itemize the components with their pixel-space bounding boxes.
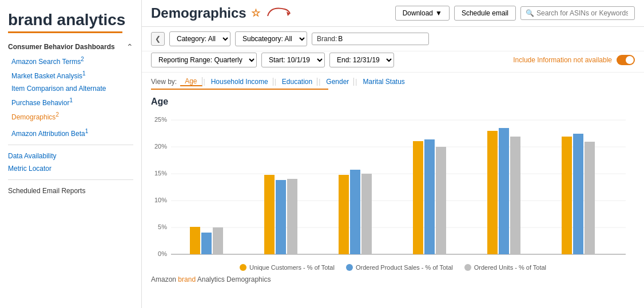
bar-55-64-units xyxy=(510,137,520,254)
filters-row-2: Reporting Range: Quarterly Start: 10/1/1… xyxy=(142,51,644,73)
app-container: brand analytics Consumer Behavior Dashbo… xyxy=(0,0,644,308)
start-date-filter[interactable]: Start: 10/1/19 xyxy=(261,53,325,67)
viewby-underline xyxy=(151,89,328,90)
bar-25-34-sales xyxy=(276,180,286,254)
sidebar-link-data-availability[interactable]: Data Availability xyxy=(0,150,141,162)
svg-text:18-24: 18-24 xyxy=(202,259,218,260)
header-actions: Download ▼ Schedule email 🔍 xyxy=(395,6,635,21)
dropdown-icon: ▼ xyxy=(435,9,442,17)
sidebar-divider-1 xyxy=(8,145,133,145)
search-input[interactable] xyxy=(536,9,628,17)
circle-arrow-icon xyxy=(265,5,293,22)
star-icon[interactable]: ☆ xyxy=(251,7,260,19)
svg-text:5%: 5% xyxy=(158,223,167,230)
legend-dot-sales xyxy=(346,264,353,271)
main-content: Demographics ☆ Download ▼ Schedule xyxy=(142,0,644,308)
bar-35-44-sales xyxy=(350,170,360,254)
bar-18-24-units xyxy=(213,227,223,254)
sidebar-item-search-terms[interactable]: Amazon Search Terms2 xyxy=(0,54,141,68)
legend-ordered-units: Ordered Units - % of Total xyxy=(464,264,546,271)
svg-text:0%: 0% xyxy=(158,250,167,257)
sidebar-section-title: Consumer Behavior Dashboards xyxy=(8,43,115,51)
page-title: Demographics ☆ xyxy=(151,5,293,22)
download-button[interactable]: Download ▼ xyxy=(395,6,450,21)
sidebar-logo: brand analytics xyxy=(0,6,141,38)
info-toggle[interactable] xyxy=(617,55,635,65)
tab-education[interactable]: Education xyxy=(277,78,317,86)
schedule-email-button[interactable]: Schedule email xyxy=(454,6,516,21)
bar-65plus-unique xyxy=(562,137,572,254)
sidebar-item-market-basket[interactable]: Market Basket Analysis1 xyxy=(0,68,141,82)
bar-25-34-unique xyxy=(264,175,275,254)
bar-45-54-units xyxy=(436,147,446,254)
svg-text:10%: 10% xyxy=(154,197,167,203)
subcategory-filter[interactable]: Subcategory: All xyxy=(235,31,307,46)
chart-title: Age xyxy=(151,97,635,107)
chart-legend: Unique Customers - % of Total Ordered Pr… xyxy=(151,264,635,271)
sidebar-item-item-comparison[interactable]: Item Comparison and Alternate xyxy=(0,82,141,95)
viewby-label: View by: xyxy=(151,78,177,86)
svg-text:25-34: 25-34 xyxy=(276,259,292,260)
svg-text:55-64: 55-64 xyxy=(499,259,515,260)
legend-ordered-sales: Ordered Product Sales - % of Total xyxy=(346,264,453,271)
bar-65plus-units xyxy=(585,142,595,254)
brand-input[interactable] xyxy=(338,35,424,43)
main-row: brand analytics Consumer Behavior Dashbo… xyxy=(0,0,644,308)
end-date-filter[interactable]: End: 12/31/19 xyxy=(329,53,394,67)
sidebar: brand analytics Consumer Behavior Dashbo… xyxy=(0,0,142,308)
logo-text: brand analytics xyxy=(8,11,133,29)
breadcrumb-brand-link[interactable]: brand xyxy=(178,275,196,283)
viewby-row: View by: Age | Household Income | Educat… xyxy=(142,73,644,89)
bar-35-44-units xyxy=(361,174,372,254)
search-icon: 🔍 xyxy=(526,9,534,17)
sidebar-item-attribution[interactable]: Amazon Attribution Beta1 xyxy=(0,126,141,140)
sidebar-divider-2 xyxy=(8,179,133,180)
chart-wrapper: 25% 20% 15% 10% 5% 0% xyxy=(151,111,635,262)
legend-dot-units xyxy=(464,264,471,271)
logo-brand-prefix: brand xyxy=(8,11,53,29)
bar-35-44-unique xyxy=(339,175,349,254)
bar-65plus-sales xyxy=(573,134,583,254)
bar-45-54-unique xyxy=(413,141,423,254)
header-title-group: Demographics ☆ xyxy=(151,5,293,22)
bar-45-54-sales xyxy=(424,139,435,254)
svg-text:15%: 15% xyxy=(154,170,167,177)
bar-55-64-unique xyxy=(487,131,498,254)
svg-text:65+: 65+ xyxy=(577,259,587,260)
info-unavailable-label: Include Information not available xyxy=(513,56,612,64)
logo-underline xyxy=(8,31,122,33)
bar-55-64-sales xyxy=(499,128,509,254)
svg-text:45-54: 45-54 xyxy=(425,259,441,260)
header-bar: Demographics ☆ Download ▼ Schedule xyxy=(142,0,644,27)
legend-dot-unique xyxy=(240,264,247,271)
sidebar-link-scheduled-email[interactable]: Scheduled Email Reports xyxy=(0,185,141,197)
bar-chart-svg: 25% 20% 15% 10% 5% 0% xyxy=(151,111,631,260)
search-box[interactable]: 🔍 xyxy=(520,6,635,20)
tab-household-income[interactable]: Household Income xyxy=(206,78,273,86)
tab-gender[interactable]: Gender xyxy=(321,78,354,86)
svg-text:25%: 25% xyxy=(154,116,167,123)
tab-marital-status[interactable]: Marital Status xyxy=(358,78,409,86)
sidebar-link-metric-locator[interactable]: Metric Locator xyxy=(0,162,141,175)
sidebar-item-purchase-behavior[interactable]: Purchase Behavior1 xyxy=(0,95,141,109)
tab-age[interactable]: Age xyxy=(180,77,202,86)
reporting-range-filter[interactable]: Reporting Range: Quarterly xyxy=(151,53,257,67)
collapse-button[interactable]: ❮ xyxy=(151,32,165,46)
info-unavailable-row: Include Information not available xyxy=(513,55,635,65)
footer-breadcrumb: Amazon brand Analytics Demographics xyxy=(142,273,644,286)
sidebar-section-header[interactable]: Consumer Behavior Dashboards ⌃ xyxy=(0,38,141,54)
bar-25-34-units xyxy=(287,179,297,254)
bar-18-24-sales xyxy=(201,233,212,254)
brand-filter[interactable]: Brand: xyxy=(312,33,429,45)
bar-18-24-unique xyxy=(190,227,200,254)
chart-section: Age 25% 20% 15% 10% 5% 0% xyxy=(142,92,644,273)
filters-row-1: ❮ Category: All Subcategory: All Brand: xyxy=(142,27,644,51)
sidebar-item-demographics[interactable]: Demographics2 xyxy=(0,109,141,123)
legend-unique-customers: Unique Customers - % of Total xyxy=(240,264,335,271)
chevron-up-icon: ⌃ xyxy=(126,42,133,51)
svg-text:20%: 20% xyxy=(154,143,167,150)
category-filter[interactable]: Category: All xyxy=(169,31,230,46)
svg-text:35-44: 35-44 xyxy=(351,259,367,260)
